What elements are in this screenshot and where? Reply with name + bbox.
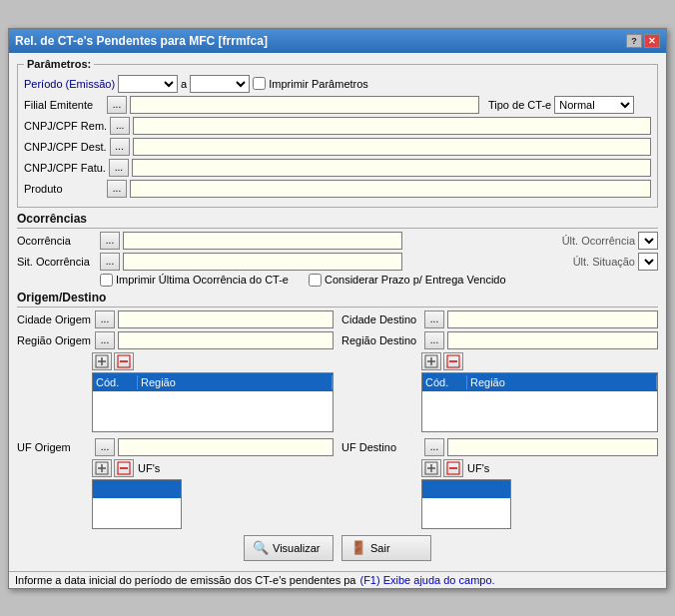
visualizar-button[interactable]: 🔍 Visualizar <box>244 535 334 561</box>
sit-ocorrencia-label: Sit. Ocorrência <box>17 256 97 268</box>
uf-origem-grid[interactable] <box>92 479 182 529</box>
ocorrencia-label: Ocorrência <box>17 235 97 247</box>
regiao-destino-add-btn[interactable] <box>421 352 441 370</box>
status-help: (F1) Exibe ajuda do campo. <box>359 574 494 586</box>
cnpj-rem-input[interactable] <box>133 117 651 135</box>
periodo-separator: a <box>181 78 187 90</box>
produto-row: Produto ... <box>24 180 651 198</box>
ult-situacao-label: Últ. Situação <box>573 256 635 268</box>
considerar-prazo-checkbox[interactable] <box>309 274 322 287</box>
regiao-destino-grid[interactable]: Cód. Região <box>421 372 658 432</box>
imprimir-ultima-checkbox[interactable] <box>100 274 113 287</box>
uf-destino-add-btn[interactable] <box>421 459 441 477</box>
uf-destino-grid-header <box>422 480 510 498</box>
uf-destino-grid[interactable] <box>421 479 511 529</box>
regiao-origem-label: Região Origem <box>17 334 92 346</box>
regiao-origem-dots-btn[interactable]: ... <box>95 331 115 349</box>
uf-origem-dots-btn[interactable]: ... <box>95 438 115 456</box>
ocorrencia-input[interactable] <box>123 232 402 250</box>
uf-destino-label: UF Destino <box>341 441 421 453</box>
regiao-origem-remove-btn[interactable] <box>114 352 134 370</box>
uf-destino-grid-label: UF's <box>467 462 547 474</box>
cnpj-fatu-label: CNPJ/CPF Fatu. <box>24 162 106 174</box>
cnpj-fatu-row: CNPJ/CPF Fatu. ... <box>24 159 651 177</box>
periodo-label: Período (Emissão) <box>24 78 115 90</box>
sit-ocorrencia-row: Sit. Ocorrência ... Últ. Situação <box>17 253 658 271</box>
periodo-start-select[interactable] <box>118 75 178 93</box>
uf-origem-label: UF Origem <box>17 441 92 453</box>
cnpj-rem-label: CNPJ/CPF Rem. <box>24 120 107 132</box>
cnpj-fatu-dots-btn[interactable]: ... <box>109 159 129 177</box>
considerar-prazo-check[interactable]: Considerar Prazo p/ Entrega Vencido <box>309 274 506 287</box>
regiao-destino-dots-btn[interactable]: ... <box>424 331 444 349</box>
imprimir-parametros-check[interactable]: Imprimir Parâmetros <box>253 77 368 90</box>
cnpj-dest-dots-btn[interactable]: ... <box>110 138 130 156</box>
tipo-cte-select[interactable]: Normal Complementar Anulação <box>554 96 634 114</box>
regiao-origem-add-btn[interactable] <box>92 352 112 370</box>
uf-origem-grid-header <box>93 480 181 498</box>
tipo-label: Tipo de CT-e <box>488 99 551 111</box>
regiao-destino-row: Região Destino ... <box>341 331 658 349</box>
ult-ocorrencia-select[interactable] <box>638 232 658 250</box>
cnpj-rem-row: CNPJ/CPF Rem. ... <box>24 117 651 135</box>
visualizar-icon: 🔍 <box>253 540 269 555</box>
uf-origem-grid-toolbar: UF's <box>92 459 334 477</box>
cidade-origem-dots-btn[interactable]: ... <box>95 310 115 328</box>
grid-col-region-left: Região <box>138 375 333 389</box>
close-button[interactable]: ✕ <box>644 34 660 48</box>
regiao-destino-grid-header: Cód. Região <box>422 373 657 391</box>
status-bar: Informe a data inicial do período de emi… <box>9 571 666 588</box>
uf-destino-remove-btn[interactable] <box>443 459 463 477</box>
cidade-destino-dots-btn[interactable]: ... <box>424 310 444 328</box>
periodo-end-select[interactable] <box>190 75 250 93</box>
imprimir-ultima-check[interactable]: Imprimir Última Ocorrência do CT-e <box>100 274 289 287</box>
help-button[interactable]: ? <box>626 34 642 48</box>
sit-ocorrencia-dots-btn[interactable]: ... <box>100 253 120 271</box>
uf-origem-row: UF Origem ... <box>17 438 334 456</box>
regiao-destino-input[interactable] <box>447 331 658 349</box>
cidade-origem-row: Cidade Origem ... <box>17 310 334 328</box>
regiao-destino-remove-btn[interactable] <box>443 352 463 370</box>
parametros-label: Parâmetros: <box>24 58 94 70</box>
cnpj-fatu-input[interactable] <box>132 159 651 177</box>
filial-input[interactable] <box>130 96 479 114</box>
uf-destino-dots-btn[interactable]: ... <box>424 438 444 456</box>
cidade-origem-input[interactable] <box>118 310 334 328</box>
main-window: Rel. de CT-e's Pendentes para MFC [frrmf… <box>8 28 667 589</box>
imprimir-parametros-checkbox[interactable] <box>253 77 266 90</box>
visualizar-label: Visualizar <box>273 542 321 554</box>
ult-situacao-select[interactable] <box>638 253 658 271</box>
grid-col-code-left: Cód. <box>93 375 138 389</box>
uf-destino-grid-toolbar: UF's <box>421 459 658 477</box>
status-text: Informe a data inicial do período de emi… <box>15 574 355 586</box>
uf-origem-input[interactable] <box>118 438 334 456</box>
produto-input[interactable] <box>130 180 651 198</box>
sair-icon: 🚪 <box>350 540 366 555</box>
uf-origem-add-btn[interactable] <box>92 459 112 477</box>
regiao-origem-input[interactable] <box>118 331 334 349</box>
bottom-buttons: 🔍 Visualizar 🚪 Sair <box>17 529 658 565</box>
cidade-destino-label: Cidade Destino <box>341 313 421 325</box>
grid-col-region-right: Região <box>467 375 657 389</box>
sit-ocorrencia-input[interactable] <box>123 253 402 271</box>
cidade-origem-label: Cidade Origem <box>17 313 92 325</box>
cidade-destino-input[interactable] <box>447 310 658 328</box>
ocorrencia-dots-btn[interactable]: ... <box>100 232 120 250</box>
ocorrencias-title: Ocorrências <box>17 212 658 229</box>
cnpj-dest-input[interactable] <box>133 138 651 156</box>
window-title: Rel. de CT-e's Pendentes para MFC [frrmf… <box>15 34 268 48</box>
cnpj-rem-dots-btn[interactable]: ... <box>110 117 130 135</box>
uf-origem-remove-btn[interactable] <box>114 459 134 477</box>
parametros-group: Parâmetros: Período (Emissão) a Imprimir… <box>17 59 658 208</box>
cnpj-dest-row: CNPJ/CPF Dest. ... <box>24 138 651 156</box>
sair-button[interactable]: 🚪 Sair <box>341 535 431 561</box>
uf-origem-grid-label: UF's <box>138 462 218 474</box>
origem-destino-title: Origem/Destino <box>17 291 658 308</box>
produto-dots-btn[interactable]: ... <box>107 180 127 198</box>
grid-col-code-right: Cód. <box>422 375 467 389</box>
filial-row: Filial Emitente ... Tipo de CT-e Normal … <box>24 96 651 114</box>
uf-destino-input[interactable] <box>447 438 658 456</box>
regiao-origem-grid[interactable]: Cód. Região <box>92 372 334 432</box>
filial-dots-btn[interactable]: ... <box>107 96 127 114</box>
destino-col: Cidade Destino ... Região Destino ... <box>341 310 658 529</box>
